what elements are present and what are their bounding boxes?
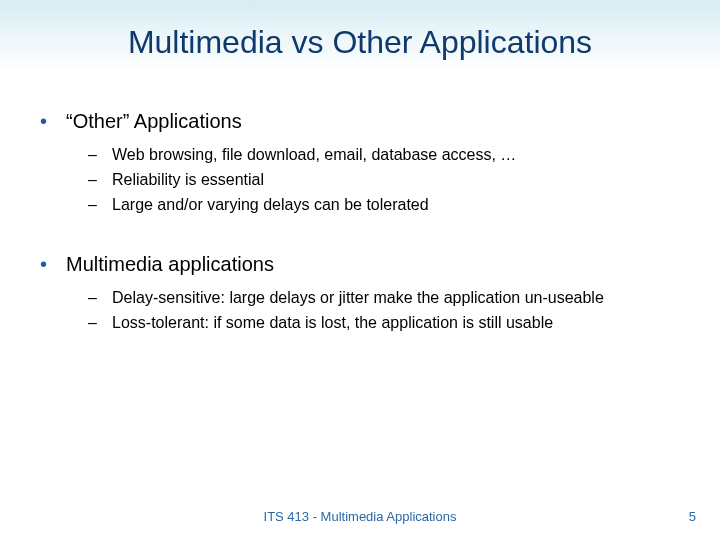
sub-item-text: Loss-tolerant: if some data is lost, the… — [112, 311, 553, 336]
list-item: – Delay-sensitive: large delays or jitte… — [88, 286, 690, 311]
list-item: – Large and/or varying delays can be tol… — [88, 193, 690, 218]
dash-icon: – — [88, 143, 112, 168]
list-item: – Web browsing, file download, email, da… — [88, 143, 690, 168]
list-item: – Loss-tolerant: if some data is lost, t… — [88, 311, 690, 336]
slide-body: • “Other” Applications – Web browsing, f… — [40, 110, 690, 366]
page-number: 5 — [689, 509, 696, 524]
dash-icon: – — [88, 168, 112, 193]
page-title: Multimedia vs Other Applications — [0, 24, 720, 61]
list-item: • Multimedia applications — [40, 253, 690, 276]
sub-list: – Web browsing, file download, email, da… — [88, 143, 690, 217]
footer-text: ITS 413 - Multimedia Applications — [0, 509, 720, 524]
sub-item-text: Delay-sensitive: large delays or jitter … — [112, 286, 604, 311]
dash-icon: – — [88, 286, 112, 311]
sub-item-text: Web browsing, file download, email, data… — [112, 143, 516, 168]
section-heading: Multimedia applications — [66, 253, 274, 276]
sub-list: – Delay-sensitive: large delays or jitte… — [88, 286, 690, 336]
section-heading: “Other” Applications — [66, 110, 242, 133]
bullet-icon: • — [40, 110, 66, 133]
sub-item-text: Reliability is essential — [112, 168, 264, 193]
sub-item-text: Large and/or varying delays can be toler… — [112, 193, 429, 218]
bullet-icon: • — [40, 253, 66, 276]
dash-icon: – — [88, 311, 112, 336]
dash-icon: – — [88, 193, 112, 218]
list-item: – Reliability is essential — [88, 168, 690, 193]
list-item: • “Other” Applications — [40, 110, 690, 133]
